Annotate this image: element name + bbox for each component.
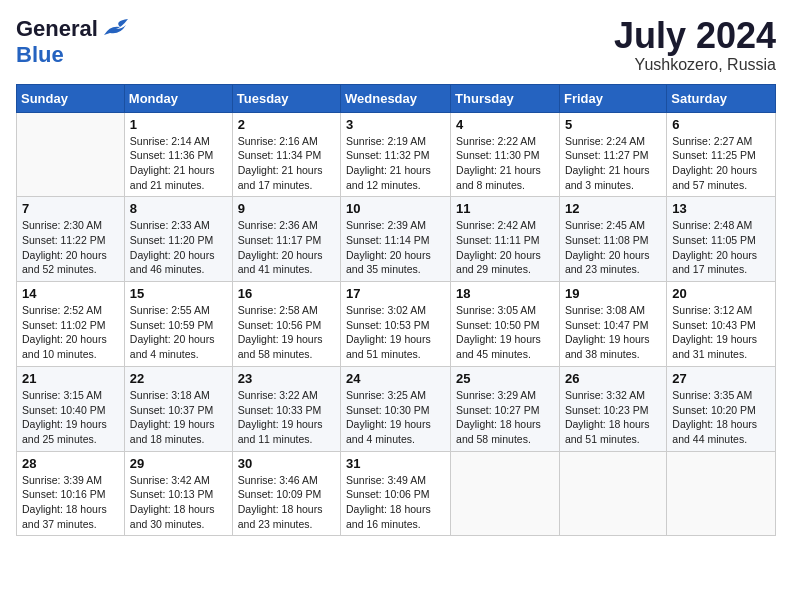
calendar-cell: 7Sunrise: 2:30 AMSunset: 11:22 PMDayligh…	[17, 197, 125, 282]
location-text: Yushkozero, Russia	[614, 56, 776, 74]
day-number: 8	[130, 201, 227, 216]
day-number: 27	[672, 371, 770, 386]
day-number: 14	[22, 286, 119, 301]
day-info: Sunrise: 2:24 AMSunset: 11:27 PMDaylight…	[565, 134, 661, 193]
day-info: Sunrise: 3:08 AMSunset: 10:47 PMDaylight…	[565, 303, 661, 362]
dow-sunday: Sunday	[17, 84, 125, 112]
dow-wednesday: Wednesday	[341, 84, 451, 112]
day-info: Sunrise: 3:25 AMSunset: 10:30 PMDaylight…	[346, 388, 445, 447]
dow-friday: Friday	[559, 84, 666, 112]
calendar-cell: 17Sunrise: 3:02 AMSunset: 10:53 PMDaylig…	[341, 282, 451, 367]
calendar-cell: 2Sunrise: 2:16 AMSunset: 11:34 PMDayligh…	[232, 112, 340, 197]
calendar-cell: 31Sunrise: 3:49 AMSunset: 10:06 PMDaylig…	[341, 451, 451, 536]
day-info: Sunrise: 3:05 AMSunset: 10:50 PMDaylight…	[456, 303, 554, 362]
calendar-cell: 30Sunrise: 3:46 AMSunset: 10:09 PMDaylig…	[232, 451, 340, 536]
calendar-cell: 21Sunrise: 3:15 AMSunset: 10:40 PMDaylig…	[17, 366, 125, 451]
dow-thursday: Thursday	[451, 84, 560, 112]
day-number: 23	[238, 371, 335, 386]
day-info: Sunrise: 3:49 AMSunset: 10:06 PMDaylight…	[346, 473, 445, 532]
day-number: 7	[22, 201, 119, 216]
page-header: General Blue July 2024 Yushkozero, Russi…	[16, 16, 776, 74]
calendar-cell: 5Sunrise: 2:24 AMSunset: 11:27 PMDayligh…	[559, 112, 666, 197]
day-info: Sunrise: 3:42 AMSunset: 10:13 PMDaylight…	[130, 473, 227, 532]
day-number: 11	[456, 201, 554, 216]
day-info: Sunrise: 2:55 AMSunset: 10:59 PMDaylight…	[130, 303, 227, 362]
calendar-cell: 22Sunrise: 3:18 AMSunset: 10:37 PMDaylig…	[124, 366, 232, 451]
day-info: Sunrise: 3:22 AMSunset: 10:33 PMDaylight…	[238, 388, 335, 447]
day-info: Sunrise: 2:39 AMSunset: 11:14 PMDaylight…	[346, 218, 445, 277]
calendar-cell	[17, 112, 125, 197]
day-number: 18	[456, 286, 554, 301]
day-info: Sunrise: 3:18 AMSunset: 10:37 PMDaylight…	[130, 388, 227, 447]
day-info: Sunrise: 3:02 AMSunset: 10:53 PMDaylight…	[346, 303, 445, 362]
title-area: July 2024 Yushkozero, Russia	[614, 16, 776, 74]
day-info: Sunrise: 2:27 AMSunset: 11:25 PMDaylight…	[672, 134, 770, 193]
month-title: July 2024	[614, 16, 776, 56]
logo-general-text: General	[16, 16, 98, 42]
day-number: 13	[672, 201, 770, 216]
day-number: 12	[565, 201, 661, 216]
calendar-body: 1Sunrise: 2:14 AMSunset: 11:36 PMDayligh…	[17, 112, 776, 536]
day-info: Sunrise: 3:46 AMSunset: 10:09 PMDaylight…	[238, 473, 335, 532]
calendar-cell: 6Sunrise: 2:27 AMSunset: 11:25 PMDayligh…	[667, 112, 776, 197]
day-info: Sunrise: 2:58 AMSunset: 10:56 PMDaylight…	[238, 303, 335, 362]
day-info: Sunrise: 2:42 AMSunset: 11:11 PMDaylight…	[456, 218, 554, 277]
day-info: Sunrise: 2:52 AMSunset: 11:02 PMDaylight…	[22, 303, 119, 362]
day-number: 3	[346, 117, 445, 132]
dow-saturday: Saturday	[667, 84, 776, 112]
calendar-cell: 13Sunrise: 2:48 AMSunset: 11:05 PMDaylig…	[667, 197, 776, 282]
calendar-cell: 24Sunrise: 3:25 AMSunset: 10:30 PMDaylig…	[341, 366, 451, 451]
day-number: 1	[130, 117, 227, 132]
day-info: Sunrise: 2:16 AMSunset: 11:34 PMDaylight…	[238, 134, 335, 193]
calendar-cell	[667, 451, 776, 536]
day-number: 17	[346, 286, 445, 301]
calendar-cell: 20Sunrise: 3:12 AMSunset: 10:43 PMDaylig…	[667, 282, 776, 367]
calendar-cell: 15Sunrise: 2:55 AMSunset: 10:59 PMDaylig…	[124, 282, 232, 367]
logo-blue-text: Blue	[16, 42, 64, 68]
calendar-cell: 26Sunrise: 3:32 AMSunset: 10:23 PMDaylig…	[559, 366, 666, 451]
calendar-cell: 28Sunrise: 3:39 AMSunset: 10:16 PMDaylig…	[17, 451, 125, 536]
day-number: 22	[130, 371, 227, 386]
day-number: 29	[130, 456, 227, 471]
calendar-cell: 11Sunrise: 2:42 AMSunset: 11:11 PMDaylig…	[451, 197, 560, 282]
day-info: Sunrise: 3:35 AMSunset: 10:20 PMDaylight…	[672, 388, 770, 447]
day-number: 5	[565, 117, 661, 132]
days-of-week-row: SundayMondayTuesdayWednesdayThursdayFrid…	[17, 84, 776, 112]
calendar-cell: 19Sunrise: 3:08 AMSunset: 10:47 PMDaylig…	[559, 282, 666, 367]
calendar-cell: 16Sunrise: 2:58 AMSunset: 10:56 PMDaylig…	[232, 282, 340, 367]
calendar-cell: 9Sunrise: 2:36 AMSunset: 11:17 PMDayligh…	[232, 197, 340, 282]
day-number: 9	[238, 201, 335, 216]
logo-bird-icon	[100, 17, 132, 41]
day-info: Sunrise: 3:32 AMSunset: 10:23 PMDaylight…	[565, 388, 661, 447]
calendar-cell: 27Sunrise: 3:35 AMSunset: 10:20 PMDaylig…	[667, 366, 776, 451]
day-info: Sunrise: 2:45 AMSunset: 11:08 PMDaylight…	[565, 218, 661, 277]
week-row-2: 7Sunrise: 2:30 AMSunset: 11:22 PMDayligh…	[17, 197, 776, 282]
day-number: 2	[238, 117, 335, 132]
logo: General Blue	[16, 16, 132, 68]
day-info: Sunrise: 2:30 AMSunset: 11:22 PMDaylight…	[22, 218, 119, 277]
day-info: Sunrise: 3:39 AMSunset: 10:16 PMDaylight…	[22, 473, 119, 532]
day-number: 21	[22, 371, 119, 386]
calendar-cell: 4Sunrise: 2:22 AMSunset: 11:30 PMDayligh…	[451, 112, 560, 197]
dow-monday: Monday	[124, 84, 232, 112]
day-info: Sunrise: 2:48 AMSunset: 11:05 PMDaylight…	[672, 218, 770, 277]
calendar-cell	[559, 451, 666, 536]
day-info: Sunrise: 2:14 AMSunset: 11:36 PMDaylight…	[130, 134, 227, 193]
day-number: 31	[346, 456, 445, 471]
calendar-cell: 14Sunrise: 2:52 AMSunset: 11:02 PMDaylig…	[17, 282, 125, 367]
day-number: 25	[456, 371, 554, 386]
calendar-cell: 10Sunrise: 2:39 AMSunset: 11:14 PMDaylig…	[341, 197, 451, 282]
week-row-1: 1Sunrise: 2:14 AMSunset: 11:36 PMDayligh…	[17, 112, 776, 197]
calendar-cell: 23Sunrise: 3:22 AMSunset: 10:33 PMDaylig…	[232, 366, 340, 451]
day-number: 24	[346, 371, 445, 386]
calendar-cell	[451, 451, 560, 536]
calendar-cell: 3Sunrise: 2:19 AMSunset: 11:32 PMDayligh…	[341, 112, 451, 197]
day-number: 28	[22, 456, 119, 471]
day-number: 16	[238, 286, 335, 301]
day-info: Sunrise: 3:12 AMSunset: 10:43 PMDaylight…	[672, 303, 770, 362]
dow-tuesday: Tuesday	[232, 84, 340, 112]
week-row-5: 28Sunrise: 3:39 AMSunset: 10:16 PMDaylig…	[17, 451, 776, 536]
calendar-table: SundayMondayTuesdayWednesdayThursdayFrid…	[16, 84, 776, 537]
day-number: 20	[672, 286, 770, 301]
day-number: 6	[672, 117, 770, 132]
